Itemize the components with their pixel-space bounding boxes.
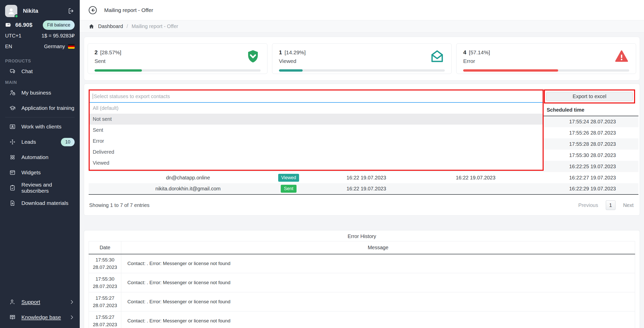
pagination-previous[interactable]: Previous	[578, 202, 598, 208]
leads-count-badge: 10	[61, 138, 75, 146]
cell-name	[89, 183, 124, 194]
sidebar-item-chat[interactable]: Chat	[5, 65, 75, 78]
cell-email: nikita.dorokhin.it@gmail.com	[124, 183, 252, 194]
option-all-default[interactable]: All (default)	[90, 103, 543, 114]
country-wrap[interactable]: Germany	[44, 44, 75, 49]
cell-status: Sent	[252, 183, 326, 194]
stat-progress-fill	[95, 69, 142, 72]
window-list-icon	[9, 169, 16, 176]
shield-check-icon	[245, 49, 261, 64]
error-history-title: Error History	[89, 232, 635, 240]
cell-scheduled: 17:55:24 28.07.2023	[544, 116, 638, 127]
breadcrumb: Dashboard / Mailing report - Offer	[80, 20, 644, 33]
app-root: Nikita 66.90$ Fill balance UTC+1 1$ = 95…	[0, 0, 644, 328]
error-history-panel: Error History Date Message 17:55:3028.07…	[84, 230, 640, 328]
sidebar-item-knowledge-base[interactable]: Knowledge base	[5, 310, 75, 325]
sidebar-item-label: Chat	[21, 68, 33, 74]
pagination-page-1[interactable]: 1	[606, 200, 615, 210]
stat-percent: [28.57%]	[100, 49, 121, 55]
home-icon[interactable]	[88, 23, 95, 30]
sidebar-item-label: Leads	[21, 139, 36, 145]
cell-viewed-time	[407, 183, 544, 194]
error-row: 17:55:2728.07.2023 Contact: . Error: Mes…	[89, 292, 635, 311]
table-row: nikita.dorokhin.it@gmail.com Sent 16:22 …	[89, 183, 638, 194]
col-header-message: Message	[121, 241, 635, 254]
pagination-next[interactable]: Next	[623, 202, 634, 208]
col-header-scheduled-time[interactable]: Scheduled time	[544, 104, 638, 116]
sidebar-item-widgets[interactable]: Widgets	[5, 165, 75, 180]
status-select-annotation-box: Select statuses to export contacts All (…	[89, 89, 544, 171]
stat-card: 4[57.14%] Error	[456, 43, 636, 74]
cell-status: Viewed	[252, 172, 326, 183]
sidebar-item-work-with-clients[interactable]: Work with clients	[5, 119, 75, 134]
sidebar-item-label: Application for training	[21, 105, 74, 111]
country-name: Germany	[44, 44, 65, 49]
language-value[interactable]: EN	[5, 44, 12, 49]
stat-label: Sent	[95, 58, 261, 64]
status-select-input[interactable]: Select statuses to export contacts	[90, 90, 543, 103]
stat-label: Viewed	[279, 58, 445, 64]
error-date: 17:55:3028.07.2023	[89, 254, 121, 273]
sidebar-item-label: Reviews and subscribers	[21, 182, 75, 194]
support-person-icon	[9, 299, 16, 305]
timezone-row: UTC+1 1$ = 95.9283₽	[5, 32, 75, 39]
user-name: Nikita	[23, 8, 68, 14]
table-row: dn@chatapp.online Viewed 16:22 19.07.202…	[89, 172, 638, 183]
cell-name	[89, 172, 124, 183]
breadcrumb-dashboard[interactable]: Dashboard	[98, 23, 123, 29]
option-viewed[interactable]: Viewed	[90, 158, 543, 168]
sidebar-item-download-materials[interactable]: Download materials	[5, 195, 75, 211]
sidebar-item-my-business[interactable]: My business	[5, 85, 75, 100]
avatar[interactable]	[5, 5, 17, 17]
briefcase-person-icon	[9, 89, 16, 96]
error-message: Contact: . Error: Messenger or license n…	[121, 273, 635, 292]
cell-scheduled: 16:22:27 19.07.2023	[544, 172, 638, 183]
section-main: MAIN	[5, 80, 75, 85]
cell-scheduled: 17:55:28 28.07.2023	[544, 138, 638, 150]
id-card-icon	[9, 123, 16, 130]
breadcrumb-current: Mailing report - Offer	[131, 23, 178, 29]
sidebar-item-application-for-training[interactable]: Application for training	[5, 100, 75, 116]
stat-line: 1[14.29%]	[279, 49, 445, 56]
page-title: Mailing report - Offer	[104, 7, 153, 13]
stat-progress-fill	[463, 69, 558, 72]
error-history-table: Date Message 17:55:3028.07.2023 Contact:…	[89, 241, 635, 328]
germany-flag-icon	[68, 44, 75, 49]
stat-percent: [57.14%]	[469, 49, 490, 55]
option-not-sent[interactable]: Not sent	[90, 114, 543, 125]
user-row: Nikita	[5, 5, 75, 17]
stat-card: 1[14.29%] Viewed	[272, 43, 452, 74]
stat-progress-track	[463, 69, 629, 72]
error-message: Contact: . Error: Messenger or license n…	[121, 254, 635, 273]
error-row: 17:55:2728.07.2023 Contact: . Error: Mes…	[89, 311, 635, 328]
status-select-placeholder: Select statuses to export contacts	[94, 94, 170, 99]
logout-icon[interactable]	[68, 7, 75, 15]
option-error[interactable]: Error	[90, 136, 543, 147]
sidebar-item-automation[interactable]: Automation	[5, 150, 75, 165]
sidebar-item-leads[interactable]: Leads 10	[5, 134, 75, 150]
section-products: PRODUCTS	[5, 59, 75, 64]
sidebar-item-label: Download materials	[21, 200, 68, 206]
wallet-icon	[5, 22, 12, 28]
cell-email: dn@chatapp.online	[124, 172, 252, 183]
back-icon[interactable]	[88, 5, 98, 15]
cell-scheduled: 16:22:29 19.07.2023	[544, 183, 638, 194]
fill-balance-button[interactable]: Fill balance	[43, 20, 75, 30]
error-message: Contact: . Error: Messenger or license n…	[121, 292, 635, 311]
envelope-open-icon	[430, 49, 445, 64]
stats-panel: 2[28.57%] Sent 1[14.29%] Viewed 4[57.14%…	[84, 37, 640, 81]
book-icon	[9, 314, 16, 321]
sidebar-item-label: My business	[21, 90, 51, 96]
error-row: 17:55:3028.07.2023 Contact: . Error: Mes…	[89, 273, 635, 292]
option-delivered[interactable]: Delivered	[90, 147, 543, 158]
pagination: Previous 1 Next	[578, 200, 634, 210]
timezone-value: UTC+1	[5, 33, 21, 39]
entries-summary: Showing 1 to 7 of 7 entries	[89, 202, 150, 208]
option-sent[interactable]: Sent	[90, 125, 543, 136]
cell-scheduled: 17:55:30 28.07.2023	[544, 150, 638, 161]
atom-icon	[9, 154, 16, 161]
sidebar-item-support[interactable]: Support	[5, 294, 75, 310]
sidebar-item-reviews-and-subscribers[interactable]: Reviews and subscribers	[5, 180, 75, 195]
main-area: Mailing report - Offer Dashboard / Maili…	[80, 0, 644, 328]
export-to-excel-button[interactable]: Export to excel	[546, 92, 633, 101]
